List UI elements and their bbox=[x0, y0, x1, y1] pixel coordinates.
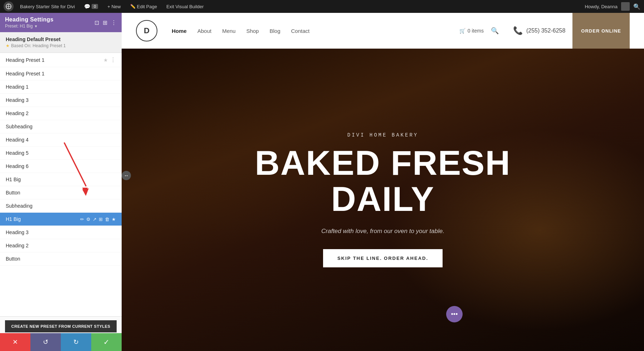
new-post-link[interactable]: + New bbox=[104, 4, 123, 9]
hero-cta-button[interactable]: SKIP THE LINE. ORDER AHEAD. bbox=[323, 249, 443, 267]
nav-link-blog[interactable]: Blog bbox=[269, 28, 280, 34]
panel-more-icon[interactable]: ⋮ bbox=[111, 19, 117, 26]
preset-item-heading-preset-1-star[interactable]: Heading Preset 1 ★ ⋮ bbox=[0, 53, 122, 67]
bottom-toolbar: ✕ ↺ ↻ ✓ bbox=[0, 333, 122, 351]
save-button[interactable]: ✓ bbox=[91, 333, 122, 351]
preset-item-heading-2-2[interactable]: Heading 2 bbox=[0, 239, 122, 252]
site-name-link[interactable]: Bakery Starter Site for Divi bbox=[17, 4, 78, 9]
site-nav: D Home About Menu Shop Blog Contact 🛒 0 … bbox=[122, 13, 644, 49]
nav-link-about[interactable]: About bbox=[197, 28, 211, 34]
exit-builder-link[interactable]: Exit Visual Builder bbox=[164, 4, 207, 9]
user-avatar[interactable] bbox=[621, 2, 630, 11]
star-preset-icon[interactable]: ★ bbox=[112, 217, 116, 222]
admin-search-icon[interactable]: 🔍 bbox=[633, 3, 640, 10]
cancel-icon: ✕ bbox=[13, 338, 18, 346]
panel-title: Heading Settings bbox=[5, 16, 53, 23]
preset-item-heading-5[interactable]: Heading 5 bbox=[0, 147, 122, 160]
left-panel: Heading Settings Preset: H1 Big ▼ ⊡ ⊞ ⋮ … bbox=[0, 13, 122, 351]
export-preset-icon[interactable]: ↗ bbox=[93, 217, 97, 222]
main-area: D Home About Menu Shop Blog Contact 🛒 0 … bbox=[122, 13, 644, 351]
cart-icon: 🛒 bbox=[459, 28, 465, 34]
panel-layout-icon[interactable]: ⊡ bbox=[94, 19, 99, 26]
preset-list: Heading Preset 1 ★ ⋮ Heading Preset 1 He… bbox=[0, 53, 122, 316]
undo-icon: ↺ bbox=[43, 338, 48, 346]
default-preset-star-icon: ★ bbox=[6, 43, 10, 48]
hero-description: Crafted with love, from our oven to your… bbox=[321, 228, 444, 235]
panel-preset-subtitle: Preset: H1 Big ▼ bbox=[5, 24, 53, 29]
nav-phone-section: 📞 (255) 352-6258 bbox=[513, 26, 565, 35]
hero-subtitle: DIVI HOME BAKERY bbox=[347, 132, 418, 138]
nav-search-icon[interactable]: 🔍 bbox=[491, 27, 499, 35]
phone-icon: 📞 bbox=[513, 26, 523, 35]
preset-item-button-1[interactable]: Button bbox=[0, 186, 122, 199]
resize-handle-icon: ↔ bbox=[124, 173, 129, 178]
default-preset-box: Heading Default Preset ★ Based On: Headi… bbox=[0, 32, 122, 53]
edit-preset-icon[interactable]: ✏ bbox=[80, 217, 84, 222]
default-preset-based-on: ★ Based On: Heading Preset 1 bbox=[6, 43, 116, 48]
wp-admin-bar: Bakery Starter Site for Divi 💬 0 + New ✏… bbox=[0, 0, 644, 13]
preset-item-heading-6[interactable]: Heading 6 bbox=[0, 160, 122, 173]
undo-button[interactable]: ↺ bbox=[30, 333, 61, 351]
cancel-button[interactable]: ✕ bbox=[0, 333, 30, 351]
nav-links: Home About Menu Shop Blog Contact bbox=[172, 28, 459, 34]
preset-item-h1-big-1[interactable]: H1 Big bbox=[0, 173, 122, 186]
nav-link-contact[interactable]: Contact bbox=[291, 28, 310, 34]
preset-item-heading-3-2[interactable]: Heading 3 bbox=[0, 226, 122, 239]
active-preset-actions: ✏ ⚙ ↗ ⊞ 🗑 ★ bbox=[80, 217, 116, 222]
preset-three-dots-icon[interactable]: ⋮ bbox=[110, 56, 116, 63]
floating-dots-button[interactable]: ••• bbox=[446, 306, 463, 322]
panel-header-icons: ⊡ ⊞ ⋮ bbox=[94, 19, 117, 26]
preset-item-subheading-1[interactable]: Subheading bbox=[0, 120, 122, 133]
preset-item-heading-2-1[interactable]: Heading 2 bbox=[0, 107, 122, 120]
panel-grid-icon[interactable]: ⊞ bbox=[103, 19, 107, 26]
howdy-text: Howdy, Deanna bbox=[585, 4, 618, 9]
nav-link-shop[interactable]: Shop bbox=[246, 28, 259, 34]
hero-content: DIVI HOME BAKERY BAKED FRESH DAILY Craft… bbox=[240, 132, 526, 268]
floating-dots-icon: ••• bbox=[451, 311, 458, 318]
wp-logo-icon[interactable] bbox=[4, 1, 14, 11]
duplicate-preset-icon[interactable]: ⊞ bbox=[99, 217, 103, 222]
preset-item-heading-3-1[interactable]: Heading 3 bbox=[0, 94, 122, 107]
panel-preset-label[interactable]: Preset: H1 Big ▼ bbox=[5, 24, 38, 29]
resize-handle[interactable]: ↔ bbox=[122, 171, 131, 180]
delete-preset-icon[interactable]: 🗑 bbox=[105, 217, 109, 222]
phone-number: (255) 352-6258 bbox=[526, 28, 565, 34]
edit-page-link[interactable]: ✏️ Edit Page bbox=[127, 4, 160, 9]
preset-item-heading-1[interactable]: Heading 1 bbox=[0, 80, 122, 94]
settings-preset-icon[interactable]: ⚙ bbox=[86, 217, 91, 222]
nav-link-menu[interactable]: Menu bbox=[222, 28, 236, 34]
nav-link-home[interactable]: Home bbox=[172, 28, 187, 34]
preset-item-heading-preset-1[interactable]: Heading Preset 1 bbox=[0, 67, 122, 80]
hero-title: BAKED FRESH DAILY bbox=[240, 145, 526, 217]
redo-button[interactable]: ↻ bbox=[61, 333, 91, 351]
panel-header: Heading Settings Preset: H1 Big ▼ ⊡ ⊞ ⋮ bbox=[0, 13, 122, 32]
save-icon: ✓ bbox=[103, 338, 109, 346]
site-logo[interactable]: D bbox=[136, 20, 157, 41]
preset-item-subheading-2[interactable]: Subheading bbox=[0, 199, 122, 213]
order-online-button[interactable]: ORDER ONLINE bbox=[572, 13, 630, 49]
preset-item-h1-big-active[interactable]: H1 Big ✏ ⚙ ↗ ⊞ 🗑 ★ bbox=[0, 213, 122, 226]
cart-count: 0 items bbox=[468, 28, 484, 34]
redo-icon: ↻ bbox=[73, 338, 79, 346]
comment-link[interactable]: 💬 0 bbox=[81, 4, 101, 9]
preset-item-heading-4[interactable]: Heading 4 bbox=[0, 133, 122, 147]
hero-section: DIVI HOME BAKERY BAKED FRESH DAILY Craft… bbox=[122, 49, 644, 351]
nav-cart[interactable]: 🛒 0 items bbox=[459, 28, 484, 34]
preset-dropdown-icon[interactable]: ▼ bbox=[34, 24, 38, 28]
preset-item-button-2[interactable]: Button bbox=[0, 252, 122, 266]
create-preset-button[interactable]: CREATE NEW PRESET FROM CURRENT STYLES bbox=[5, 320, 117, 332]
default-preset-name: Heading Default Preset bbox=[6, 36, 116, 42]
